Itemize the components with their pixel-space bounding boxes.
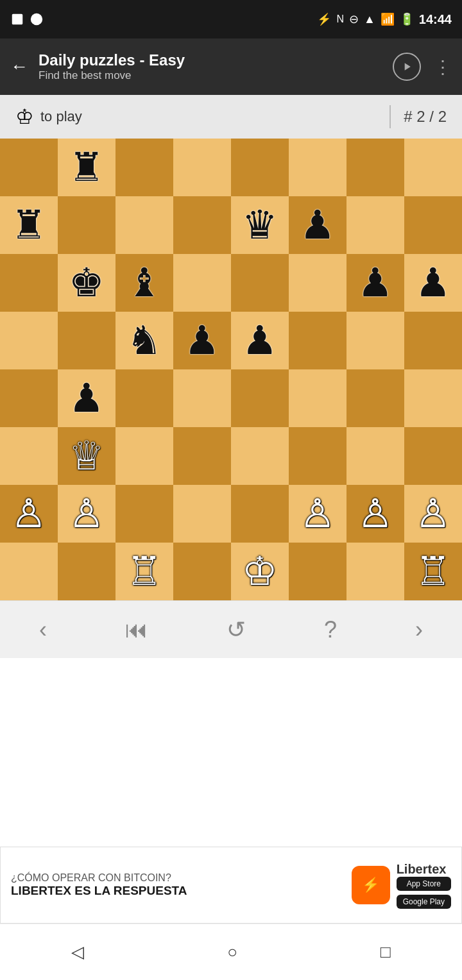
- piece-6-5: ♙: [300, 494, 336, 534]
- cell-7-4[interactable]: ♔: [231, 543, 289, 600]
- cell-5-5[interactable]: [289, 427, 346, 485]
- ad-banner[interactable]: ¿CÓMO OPERAR CON BITCOIN? LIBERTEX ES LA…: [0, 847, 462, 924]
- cell-2-5[interactable]: [289, 254, 346, 312]
- cell-5-4[interactable]: [231, 427, 289, 485]
- cell-1-2[interactable]: [116, 196, 173, 254]
- cell-1-5[interactable]: ♟: [289, 196, 346, 254]
- ad-bottom-text: LIBERTEX ES LA RESPUESTA: [11, 884, 344, 898]
- store-buttons: App Store Google Play: [397, 877, 451, 909]
- cell-2-6[interactable]: ♟: [346, 254, 404, 312]
- piece-2-7: ♟: [415, 263, 451, 303]
- chess-board[interactable]: ♜♜♛♟♚♝♟♟♞♟♟♟♕♙♙♙♙♙♖♔♖: [0, 139, 462, 600]
- first-button[interactable]: ⏮: [119, 610, 155, 650]
- prev-button[interactable]: ‹: [33, 610, 53, 650]
- piece-1-4: ♛: [242, 205, 278, 245]
- hint-button[interactable]: ?: [318, 610, 343, 650]
- sys-back-button[interactable]: ◁: [71, 942, 84, 962]
- divider: [389, 105, 391, 128]
- play-button[interactable]: [393, 53, 421, 81]
- app-store-button[interactable]: App Store: [397, 877, 451, 891]
- info-bar: ♔ to play # 2 / 2: [0, 95, 462, 139]
- cell-3-4[interactable]: ♟: [231, 312, 289, 369]
- ad-logo: ⚡: [352, 866, 390, 904]
- cell-7-1[interactable]: [58, 543, 116, 600]
- cell-0-6[interactable]: [346, 139, 404, 196]
- cell-5-6[interactable]: [346, 427, 404, 485]
- cell-7-6[interactable]: [346, 543, 404, 600]
- cell-2-4[interactable]: [231, 254, 289, 312]
- cell-7-2[interactable]: ♖: [116, 543, 173, 600]
- back-button[interactable]: ←: [10, 56, 28, 77]
- cell-3-3[interactable]: ♟: [173, 312, 231, 369]
- cell-5-3[interactable]: [173, 427, 231, 485]
- cell-1-4[interactable]: ♛: [231, 196, 289, 254]
- cell-4-0[interactable]: [0, 369, 58, 427]
- piece-7-4: ♔: [242, 552, 278, 591]
- cell-0-3[interactable]: [173, 139, 231, 196]
- app-bar-actions: ⋮: [393, 53, 452, 81]
- cell-6-4[interactable]: [231, 485, 289, 543]
- cell-5-0[interactable]: [0, 427, 58, 485]
- cell-1-0[interactable]: ♜: [0, 196, 58, 254]
- cell-3-7[interactable]: [404, 312, 462, 369]
- cell-2-2[interactable]: ♝: [116, 254, 173, 312]
- sys-recent-button[interactable]: □: [381, 942, 391, 962]
- cell-6-5[interactable]: ♙: [289, 485, 346, 543]
- cell-1-1[interactable]: [58, 196, 116, 254]
- minus-circle-icon: ⊖: [349, 12, 359, 26]
- cell-5-2[interactable]: [116, 427, 173, 485]
- cell-4-4[interactable]: [231, 369, 289, 427]
- cell-3-2[interactable]: ♞: [116, 312, 173, 369]
- piece-7-2: ♖: [126, 552, 162, 591]
- cell-7-3[interactable]: [173, 543, 231, 600]
- cell-5-7[interactable]: [404, 427, 462, 485]
- cell-6-6[interactable]: ♙: [346, 485, 404, 543]
- cell-3-0[interactable]: [0, 312, 58, 369]
- cell-1-6[interactable]: [346, 196, 404, 254]
- cell-0-0[interactable]: [0, 139, 58, 196]
- cell-4-7[interactable]: [404, 369, 462, 427]
- cell-7-7[interactable]: ♖: [404, 543, 462, 600]
- undo-button[interactable]: ↺: [220, 610, 252, 650]
- cell-2-3[interactable]: [173, 254, 231, 312]
- piece-3-4: ♟: [242, 321, 278, 360]
- cell-6-3[interactable]: [173, 485, 231, 543]
- cell-6-0[interactable]: ♙: [0, 485, 58, 543]
- piece-3-3: ♟: [184, 321, 220, 360]
- ad-top-text: ¿CÓMO OPERAR CON BITCOIN?: [11, 872, 344, 884]
- google-play-button[interactable]: Google Play: [397, 895, 451, 909]
- cell-6-1[interactable]: ♙: [58, 485, 116, 543]
- nfc-icon: N: [336, 13, 344, 25]
- app-bar-title: Daily puzzles - Easy: [38, 51, 382, 69]
- cell-7-5[interactable]: [289, 543, 346, 600]
- cell-1-3[interactable]: [173, 196, 231, 254]
- piece-6-0: ♙: [11, 494, 47, 534]
- cell-4-5[interactable]: [289, 369, 346, 427]
- cell-0-1[interactable]: ♜: [58, 139, 116, 196]
- cell-0-4[interactable]: [231, 139, 289, 196]
- cell-0-2[interactable]: [116, 139, 173, 196]
- cell-4-6[interactable]: [346, 369, 404, 427]
- cell-0-7[interactable]: [404, 139, 462, 196]
- piece-2-2: ♝: [126, 263, 162, 303]
- cell-3-5[interactable]: [289, 312, 346, 369]
- cell-1-7[interactable]: [404, 196, 462, 254]
- more-button[interactable]: ⋮: [434, 56, 452, 78]
- cell-4-3[interactable]: [173, 369, 231, 427]
- cell-0-5[interactable]: [289, 139, 346, 196]
- cell-2-1[interactable]: ♚: [58, 254, 116, 312]
- cell-3-1[interactable]: [58, 312, 116, 369]
- cell-7-0[interactable]: [0, 543, 58, 600]
- cell-6-2[interactable]: [116, 485, 173, 543]
- cell-5-1[interactable]: ♕: [58, 427, 116, 485]
- svg-point-0: [31, 13, 42, 25]
- cell-2-7[interactable]: ♟: [404, 254, 462, 312]
- cell-6-7[interactable]: ♙: [404, 485, 462, 543]
- cell-4-2[interactable]: [116, 369, 173, 427]
- cell-4-1[interactable]: ♟: [58, 369, 116, 427]
- piece-4-1: ♟: [69, 378, 105, 418]
- cell-3-6[interactable]: [346, 312, 404, 369]
- next-button[interactable]: ›: [409, 610, 429, 650]
- sys-home-button[interactable]: ○: [227, 942, 237, 962]
- cell-2-0[interactable]: [0, 254, 58, 312]
